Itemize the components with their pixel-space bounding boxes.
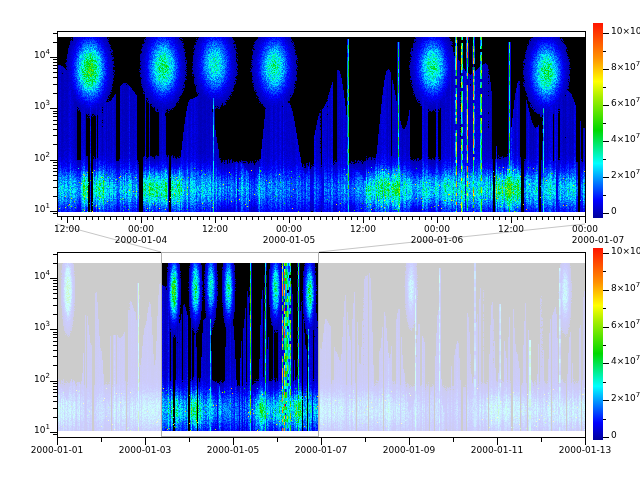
x-date-label: 2000-01-05 [263, 235, 315, 246]
colorbar-major-tick [603, 400, 609, 401]
x-minor-tick [382, 217, 383, 220]
y-minor-tick [53, 33, 57, 34]
colorbar-tick-label: 8×107 [611, 283, 640, 294]
x-minor-tick [153, 217, 154, 220]
x-major-tick [321, 438, 322, 445]
x-minor-tick [468, 217, 469, 220]
y-major-tick [50, 160, 57, 161]
x-minor-tick [172, 217, 173, 220]
x-minor-tick [536, 217, 537, 220]
colorbar-major-tick [603, 141, 609, 142]
x-date-label: 2000-01-01 [31, 445, 83, 456]
colorbar-gradient-bottom [593, 248, 603, 440]
y-minor-tick [53, 116, 57, 117]
y-minor-tick [53, 124, 57, 125]
colorbar-major-tick [603, 69, 609, 70]
colorbar-tick-label: 0 [611, 206, 617, 217]
y-major-tick [50, 108, 57, 109]
x-minor-tick [357, 217, 358, 220]
colorbar-major-tick [603, 105, 609, 106]
x-minor-tick [542, 217, 543, 220]
x-major-tick [67, 217, 68, 223]
colorbar-tick-label: 0 [611, 430, 617, 441]
x-minor-tick [394, 217, 395, 220]
colorbar-tick-label: 8×107 [611, 62, 640, 73]
x-minor-tick [209, 217, 210, 220]
zoom-panel-frame [57, 31, 586, 217]
x-minor-tick [227, 217, 228, 220]
x-tick-label: 12:00 [350, 224, 376, 235]
y-minor-tick [53, 283, 57, 284]
y-major-tick [50, 278, 57, 279]
y-minor-tick [53, 341, 57, 342]
x-minor-tick [351, 217, 352, 220]
selection-box[interactable] [161, 252, 319, 437]
x-minor-tick [92, 217, 93, 220]
x-minor-tick [264, 217, 265, 220]
x-minor-tick [314, 217, 315, 220]
x-minor-tick [246, 217, 247, 220]
x-minor-tick [573, 217, 574, 220]
y-tick-label: 101 [16, 425, 50, 436]
y-tick-label: 102 [16, 153, 50, 164]
x-tick-label: 12:00 [54, 224, 80, 235]
x-minor-tick [517, 217, 518, 220]
y-minor-tick [53, 144, 57, 145]
y-minor-tick [53, 408, 57, 409]
colorbar-minor-tick [603, 382, 606, 383]
context-panel-frame [57, 252, 586, 438]
x-major-tick [141, 217, 142, 223]
x-date-label: 2000-01-07 [572, 235, 624, 246]
x-tick-label: 00:00 [572, 224, 598, 235]
y-minor-tick [53, 332, 57, 333]
x-minor-tick [443, 217, 444, 220]
colorbar-tick-label: 6×107 [611, 98, 640, 109]
x-minor-tick [579, 217, 580, 220]
x-minor-tick [560, 217, 561, 220]
y-tick-label: 104 [16, 271, 50, 282]
colorbar-tick-label: 4×107 [611, 134, 640, 145]
colorbar-tick-label: 2×107 [611, 170, 640, 181]
x-tick-label: 12:00 [202, 224, 228, 235]
x-minor-tick [234, 217, 235, 220]
x-minor-tick [499, 217, 500, 220]
x-minor-tick [345, 217, 346, 220]
colorbar-major-tick [603, 213, 609, 214]
x-minor-tick [147, 217, 148, 220]
spectrogram-figure: 10110210310410110210310412:0000:002000-0… [0, 0, 640, 480]
colorbar-tick-label: 10×107 [611, 246, 640, 257]
y-minor-tick [53, 298, 57, 299]
y-minor-tick [53, 350, 57, 351]
x-minor-tick [369, 217, 370, 220]
y-minor-tick [53, 68, 57, 69]
y-minor-tick [53, 356, 57, 357]
x-minor-tick [388, 217, 389, 220]
y-minor-tick [53, 254, 57, 255]
y-minor-tick [53, 305, 57, 306]
y-minor-tick [53, 72, 57, 73]
x-minor-tick [375, 217, 376, 220]
x-major-tick [145, 438, 146, 445]
x-major-tick [215, 217, 216, 223]
y-tick-label: 104 [16, 50, 50, 61]
x-date-label: 2000-01-05 [207, 445, 259, 456]
x-minor-tick [123, 217, 124, 220]
x-date-label: 2000-01-09 [383, 445, 435, 456]
x-major-tick [363, 217, 364, 223]
colorbar-minor-tick [603, 308, 606, 309]
colorbar-minor-tick [603, 195, 606, 196]
x-minor-tick [258, 217, 259, 220]
colorbar-major-tick [603, 437, 609, 438]
x-minor-tick [101, 438, 102, 442]
y-minor-tick [53, 263, 57, 264]
x-major-tick [585, 438, 586, 445]
y-minor-tick [53, 93, 57, 94]
x-major-tick [57, 438, 58, 445]
y-minor-tick [53, 135, 57, 136]
x-minor-tick [338, 217, 339, 220]
colorbar-major-tick [603, 253, 609, 254]
y-minor-tick [53, 129, 57, 130]
y-minor-tick [53, 168, 57, 169]
x-minor-tick [474, 217, 475, 220]
x-minor-tick [548, 217, 549, 220]
